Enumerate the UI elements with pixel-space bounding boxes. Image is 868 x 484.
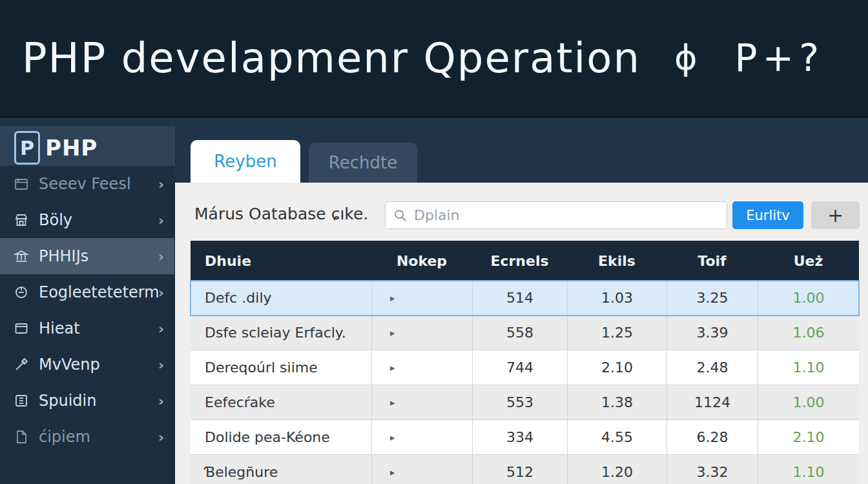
row-value-cell: 2.10 [567, 350, 666, 385]
tab-reyben[interactable]: Reyben [191, 140, 300, 183]
column-header-6[interactable]: Ueż [758, 241, 859, 281]
title-suffix: P+? [735, 36, 824, 80]
row-value-cell: 2.48 [666, 350, 758, 385]
panel-icon [13, 320, 30, 337]
row-value-cell: 1.03 [567, 281, 666, 316]
tab-label: Reyben [214, 152, 276, 171]
chevron-right-icon: › [158, 285, 164, 301]
row-value-cell: 3.25 [666, 281, 758, 316]
chevron-right-icon: › [158, 212, 164, 228]
row-value-cell: 1.10 [758, 350, 859, 385]
row-name-cell: Dsfe scleiay Erfacly. [191, 316, 371, 350]
row-value-cell: 6.28 [666, 420, 758, 455]
column-header-3[interactable]: Ecrnels [472, 241, 567, 281]
sidebar-item-label: Böly [39, 211, 158, 229]
column-header-5[interactable]: Toif [666, 241, 758, 281]
sidebar-item-label: PHHIJs [39, 247, 158, 265]
row-value-cell: 1.06 [758, 316, 859, 350]
row-expand-arrow-icon[interactable]: ▸ [371, 420, 472, 455]
row-expand-arrow-icon[interactable]: ▸ [371, 281, 472, 316]
row-expand-arrow-icon[interactable]: ▸ [371, 350, 472, 385]
sidebar-item-2[interactable]: Böly› [0, 202, 174, 238]
table-header-row: DhuieNokepEcrnelsEkilsToifUeż [191, 241, 859, 281]
sidebar-item-label: Spuidin [39, 392, 158, 410]
sidebar-item-label: Seeev Feesl [39, 175, 158, 193]
main-content: Márus Oatabase ɕıke. Eurlitv + DhuieNoke… [175, 183, 868, 484]
column-header-1[interactable]: Dhuie [191, 241, 371, 281]
chevron-right-icon: › [158, 393, 164, 409]
row-value-cell: 1.00 [758, 281, 859, 316]
table-row[interactable]: Dsfe scleiay Erfacly.▸5581.253.391.06 [191, 316, 859, 350]
file-icon [13, 429, 30, 445]
sidebar-item-7[interactable]: Spuidin› [0, 383, 174, 419]
row-value-cell: 334 [472, 420, 567, 455]
sidebar-item-label: ćipiem [39, 428, 158, 446]
bank-icon [13, 248, 30, 265]
row-value-cell: 553 [472, 385, 567, 420]
row-expand-arrow-icon[interactable]: ▸ [371, 316, 472, 350]
row-name-cell: Dolide pea-Kéone [191, 420, 371, 455]
table-row[interactable]: Ɓelegñure▸5121.203.321.10 [191, 455, 859, 484]
row-expand-arrow-icon[interactable]: ▸ [371, 455, 472, 484]
row-value-cell: 3.32 [666, 455, 758, 484]
chevron-right-icon: › [158, 248, 164, 265]
tab-rechdte[interactable]: Rechdte [309, 143, 417, 183]
chevron-right-icon: › [158, 357, 164, 373]
row-name-cell: Defc .dily [191, 281, 371, 316]
table-row[interactable]: Dereqoúrl siime▸7442.102.481.10 [191, 350, 859, 385]
add-button[interactable]: + [811, 201, 860, 229]
sidebar-item-label: Eogleeteteterm. [39, 283, 158, 301]
row-value-cell: 4.55 [567, 420, 666, 455]
data-table: DhuieNokepEcrnelsEkilsToifUeżDefc .dily▸… [191, 241, 859, 484]
row-name-cell: Dereqoúrl siime [191, 350, 371, 385]
table-row[interactable]: Eefecŕake▸5531.3811241.00 [191, 385, 859, 420]
app-logo[interactable]: P PHP [0, 126, 174, 170]
frame-icon [13, 392, 30, 409]
header-banner: PHP develapmenr Qperation ɸ P+? [0, 0, 868, 117]
chevron-right-icon: › [158, 176, 164, 192]
sidebar-item-label: MvVenp [39, 356, 158, 374]
row-value-cell: 1.00 [758, 385, 859, 420]
chevron-right-icon: › [158, 429, 164, 445]
chevron-right-icon: › [158, 321, 164, 337]
row-value-cell: 744 [472, 350, 567, 385]
row-value-cell: 1.25 [567, 316, 666, 350]
sidebar-item-label: Hieat [39, 319, 158, 338]
logo-text: PHP [45, 135, 98, 161]
row-value-cell: 514 [472, 281, 567, 316]
store-icon [13, 212, 30, 228]
row-value-cell: 1.10 [758, 455, 859, 484]
sidebar-item-8[interactable]: ćipiem› [0, 419, 174, 455]
clock-icon [13, 284, 30, 301]
row-value-cell: 1.20 [567, 455, 666, 484]
row-value-cell: 512 [472, 455, 567, 484]
row-value-cell: 558 [472, 316, 567, 350]
sidebar-nav: Seeev Feesl›Böly›PHHIJs›Eogleeteteterm.›… [0, 166, 174, 484]
search-box[interactable] [385, 201, 727, 229]
row-value-cell: 1.38 [567, 385, 666, 420]
table-row[interactable]: Dolide pea-Kéone▸3344.556.282.10 [191, 420, 859, 455]
primary-action-button[interactable]: Eurlitv [732, 201, 803, 229]
sidebar-item-6[interactable]: MvVenp› [0, 347, 174, 383]
pen-icon [13, 356, 30, 373]
sidebar-item-3[interactable]: PHHIJs› [0, 238, 174, 274]
search-input[interactable] [414, 207, 719, 223]
row-expand-arrow-icon[interactable]: ▸ [371, 385, 472, 420]
column-header-4[interactable]: Ekils [567, 241, 666, 281]
row-value-cell: 2.10 [758, 420, 859, 455]
php-logo-icon: P [14, 131, 40, 165]
search-icon [393, 208, 408, 223]
table-caption: Márus Oatabase ɕıke. [194, 205, 368, 223]
row-value-cell: 3.39 [666, 316, 758, 350]
sidebar-item-5[interactable]: Hieat› [0, 310, 174, 347]
column-header-2[interactable]: Nokep [371, 241, 472, 281]
sidebar-item-1[interactable]: Seeev Feesl› [0, 166, 174, 202]
row-value-cell: 1124 [666, 385, 758, 420]
sidebar-item-4[interactable]: Eogleeteteterm.› [0, 274, 174, 310]
table-row[interactable]: Defc .dily▸5141.033.251.00 [191, 281, 859, 316]
page-title: PHP develapmenr Qperation [22, 34, 641, 82]
row-name-cell: Eefecŕake [191, 385, 371, 420]
row-name-cell: Ɓelegñure [191, 455, 371, 484]
phi-icon: ɸ [674, 37, 698, 78]
tab-label: Rechdte [329, 153, 397, 172]
